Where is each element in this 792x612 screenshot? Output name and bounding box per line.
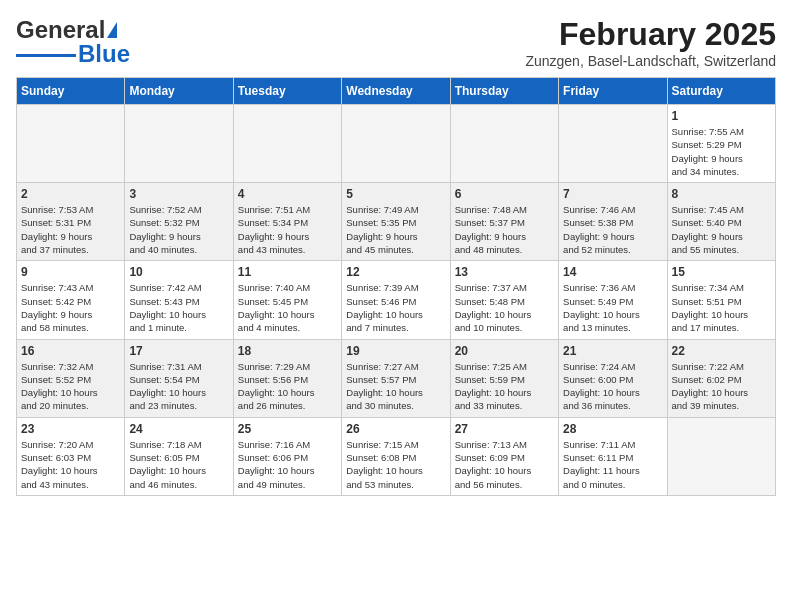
calendar-day: 13Sunrise: 7:37 AM Sunset: 5:48 PM Dayli…	[450, 261, 558, 339]
day-info: Sunrise: 7:51 AM Sunset: 5:34 PM Dayligh…	[238, 203, 337, 256]
page-header: General Blue February 2025 Zunzgen, Base…	[16, 16, 776, 69]
day-number: 21	[563, 344, 662, 358]
calendar-day: 14Sunrise: 7:36 AM Sunset: 5:49 PM Dayli…	[559, 261, 667, 339]
calendar-day	[233, 105, 341, 183]
day-number: 5	[346, 187, 445, 201]
col-header-monday: Monday	[125, 78, 233, 105]
calendar-day: 10Sunrise: 7:42 AM Sunset: 5:43 PM Dayli…	[125, 261, 233, 339]
calendar-day: 3Sunrise: 7:52 AM Sunset: 5:32 PM Daylig…	[125, 183, 233, 261]
calendar-day: 6Sunrise: 7:48 AM Sunset: 5:37 PM Daylig…	[450, 183, 558, 261]
logo-line	[16, 54, 76, 57]
day-info: Sunrise: 7:34 AM Sunset: 5:51 PM Dayligh…	[672, 281, 771, 334]
calendar-day: 11Sunrise: 7:40 AM Sunset: 5:45 PM Dayli…	[233, 261, 341, 339]
calendar-week-row: 1Sunrise: 7:55 AM Sunset: 5:29 PM Daylig…	[17, 105, 776, 183]
day-number: 15	[672, 265, 771, 279]
day-info: Sunrise: 7:45 AM Sunset: 5:40 PM Dayligh…	[672, 203, 771, 256]
day-number: 18	[238, 344, 337, 358]
day-number: 3	[129, 187, 228, 201]
calendar-day: 19Sunrise: 7:27 AM Sunset: 5:57 PM Dayli…	[342, 339, 450, 417]
calendar-day: 27Sunrise: 7:13 AM Sunset: 6:09 PM Dayli…	[450, 417, 558, 495]
calendar-day: 25Sunrise: 7:16 AM Sunset: 6:06 PM Dayli…	[233, 417, 341, 495]
calendar-day: 26Sunrise: 7:15 AM Sunset: 6:08 PM Dayli…	[342, 417, 450, 495]
day-info: Sunrise: 7:24 AM Sunset: 6:00 PM Dayligh…	[563, 360, 662, 413]
day-number: 9	[21, 265, 120, 279]
calendar-day: 23Sunrise: 7:20 AM Sunset: 6:03 PM Dayli…	[17, 417, 125, 495]
day-number: 11	[238, 265, 337, 279]
calendar-day	[125, 105, 233, 183]
day-number: 24	[129, 422, 228, 436]
location: Zunzgen, Basel-Landschaft, Switzerland	[525, 53, 776, 69]
calendar-week-row: 2Sunrise: 7:53 AM Sunset: 5:31 PM Daylig…	[17, 183, 776, 261]
day-number: 13	[455, 265, 554, 279]
day-number: 25	[238, 422, 337, 436]
logo-triangle-icon	[107, 22, 117, 38]
calendar-day: 9Sunrise: 7:43 AM Sunset: 5:42 PM Daylig…	[17, 261, 125, 339]
day-info: Sunrise: 7:52 AM Sunset: 5:32 PM Dayligh…	[129, 203, 228, 256]
day-info: Sunrise: 7:25 AM Sunset: 5:59 PM Dayligh…	[455, 360, 554, 413]
calendar-day	[342, 105, 450, 183]
day-info: Sunrise: 7:11 AM Sunset: 6:11 PM Dayligh…	[563, 438, 662, 491]
day-info: Sunrise: 7:32 AM Sunset: 5:52 PM Dayligh…	[21, 360, 120, 413]
calendar-day: 7Sunrise: 7:46 AM Sunset: 5:38 PM Daylig…	[559, 183, 667, 261]
day-info: Sunrise: 7:13 AM Sunset: 6:09 PM Dayligh…	[455, 438, 554, 491]
day-number: 4	[238, 187, 337, 201]
calendar-day: 8Sunrise: 7:45 AM Sunset: 5:40 PM Daylig…	[667, 183, 775, 261]
day-number: 27	[455, 422, 554, 436]
day-info: Sunrise: 7:53 AM Sunset: 5:31 PM Dayligh…	[21, 203, 120, 256]
day-number: 16	[21, 344, 120, 358]
day-info: Sunrise: 7:27 AM Sunset: 5:57 PM Dayligh…	[346, 360, 445, 413]
col-header-friday: Friday	[559, 78, 667, 105]
calendar-day	[559, 105, 667, 183]
calendar-week-row: 16Sunrise: 7:32 AM Sunset: 5:52 PM Dayli…	[17, 339, 776, 417]
day-info: Sunrise: 7:49 AM Sunset: 5:35 PM Dayligh…	[346, 203, 445, 256]
logo: General Blue	[16, 16, 130, 68]
calendar-header-row: SundayMondayTuesdayWednesdayThursdayFrid…	[17, 78, 776, 105]
calendar-day: 12Sunrise: 7:39 AM Sunset: 5:46 PM Dayli…	[342, 261, 450, 339]
calendar-table: SundayMondayTuesdayWednesdayThursdayFrid…	[16, 77, 776, 496]
col-header-thursday: Thursday	[450, 78, 558, 105]
day-number: 22	[672, 344, 771, 358]
day-number: 1	[672, 109, 771, 123]
day-info: Sunrise: 7:39 AM Sunset: 5:46 PM Dayligh…	[346, 281, 445, 334]
day-number: 7	[563, 187, 662, 201]
calendar-day: 15Sunrise: 7:34 AM Sunset: 5:51 PM Dayli…	[667, 261, 775, 339]
col-header-sunday: Sunday	[17, 78, 125, 105]
day-number: 20	[455, 344, 554, 358]
calendar-day: 1Sunrise: 7:55 AM Sunset: 5:29 PM Daylig…	[667, 105, 775, 183]
day-number: 12	[346, 265, 445, 279]
day-number: 17	[129, 344, 228, 358]
calendar-day: 4Sunrise: 7:51 AM Sunset: 5:34 PM Daylig…	[233, 183, 341, 261]
day-info: Sunrise: 7:16 AM Sunset: 6:06 PM Dayligh…	[238, 438, 337, 491]
day-info: Sunrise: 7:55 AM Sunset: 5:29 PM Dayligh…	[672, 125, 771, 178]
calendar-day: 17Sunrise: 7:31 AM Sunset: 5:54 PM Dayli…	[125, 339, 233, 417]
calendar-day	[667, 417, 775, 495]
calendar-day: 22Sunrise: 7:22 AM Sunset: 6:02 PM Dayli…	[667, 339, 775, 417]
col-header-saturday: Saturday	[667, 78, 775, 105]
day-info: Sunrise: 7:43 AM Sunset: 5:42 PM Dayligh…	[21, 281, 120, 334]
day-number: 26	[346, 422, 445, 436]
day-number: 19	[346, 344, 445, 358]
day-number: 2	[21, 187, 120, 201]
day-info: Sunrise: 7:40 AM Sunset: 5:45 PM Dayligh…	[238, 281, 337, 334]
day-info: Sunrise: 7:31 AM Sunset: 5:54 PM Dayligh…	[129, 360, 228, 413]
day-info: Sunrise: 7:22 AM Sunset: 6:02 PM Dayligh…	[672, 360, 771, 413]
col-header-tuesday: Tuesday	[233, 78, 341, 105]
logo-blue: Blue	[78, 40, 130, 68]
calendar-week-row: 9Sunrise: 7:43 AM Sunset: 5:42 PM Daylig…	[17, 261, 776, 339]
calendar-day: 24Sunrise: 7:18 AM Sunset: 6:05 PM Dayli…	[125, 417, 233, 495]
day-number: 8	[672, 187, 771, 201]
calendar-week-row: 23Sunrise: 7:20 AM Sunset: 6:03 PM Dayli…	[17, 417, 776, 495]
day-info: Sunrise: 7:15 AM Sunset: 6:08 PM Dayligh…	[346, 438, 445, 491]
calendar-day: 28Sunrise: 7:11 AM Sunset: 6:11 PM Dayli…	[559, 417, 667, 495]
day-info: Sunrise: 7:20 AM Sunset: 6:03 PM Dayligh…	[21, 438, 120, 491]
day-number: 10	[129, 265, 228, 279]
day-info: Sunrise: 7:48 AM Sunset: 5:37 PM Dayligh…	[455, 203, 554, 256]
day-info: Sunrise: 7:37 AM Sunset: 5:48 PM Dayligh…	[455, 281, 554, 334]
day-number: 28	[563, 422, 662, 436]
day-number: 23	[21, 422, 120, 436]
day-info: Sunrise: 7:42 AM Sunset: 5:43 PM Dayligh…	[129, 281, 228, 334]
title-block: February 2025 Zunzgen, Basel-Landschaft,…	[525, 16, 776, 69]
day-number: 14	[563, 265, 662, 279]
day-number: 6	[455, 187, 554, 201]
calendar-day	[17, 105, 125, 183]
